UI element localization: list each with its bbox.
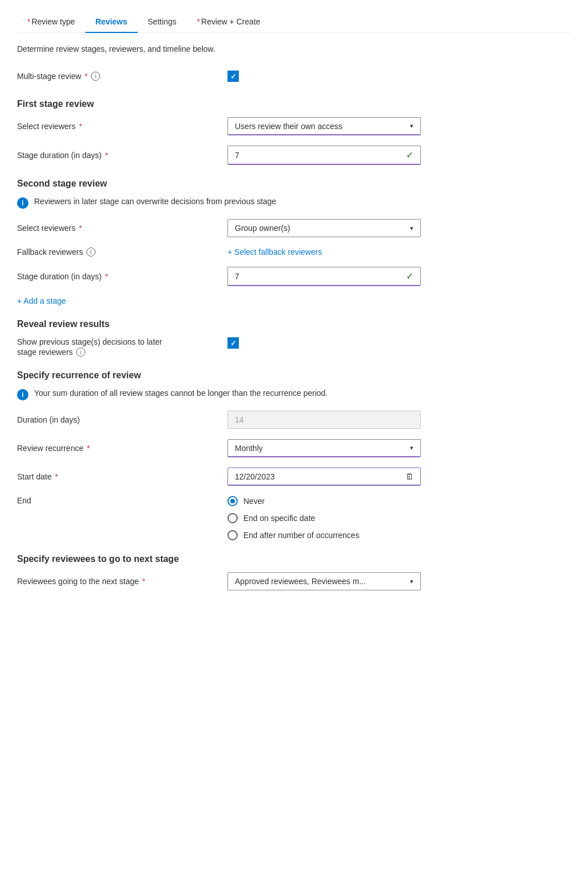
end-never-radio-fill	[230, 499, 235, 503]
show-decisions-checkbox-wrap	[227, 337, 421, 349]
fallback-info-icon[interactable]: i	[86, 247, 96, 257]
review-recurrence-label: Review recurrence *	[17, 444, 227, 453]
multi-stage-label: Multi-stage review * i	[17, 72, 227, 81]
first-stage-duration-row: Stage duration (in days) * 7 ✓	[17, 146, 571, 165]
first-stage-reviewers-label: Select reviewers *	[17, 122, 227, 131]
second-stage-duration-input[interactable]: 7 ✓	[227, 267, 421, 286]
start-date-input[interactable]: 12/20/2023 🗓	[227, 468, 421, 486]
end-row: End Never End on specific date End after…	[17, 496, 571, 540]
add-stage-button[interactable]: + Add a stage	[17, 296, 571, 305]
info-icon: i	[17, 197, 28, 209]
first-stage-reviewers-row: Select reviewers * Users review their ow…	[17, 117, 571, 135]
duration-label: Duration (in days)	[17, 415, 227, 424]
show-decisions-row: Show previous stage(s) decisions to late…	[17, 337, 571, 357]
first-stage-heading: First stage review	[17, 99, 571, 109]
tab-review-create[interactable]: *Review + Create	[187, 11, 270, 33]
review-recurrence-select[interactable]: Monthly ▾	[227, 439, 421, 457]
reviewees-going-select[interactable]: Approved reviewees, Reviewees m... ▾	[227, 572, 421, 590]
second-stage-duration-control: 7 ✓	[227, 267, 421, 286]
end-specific-date-option[interactable]: End on specific date	[227, 513, 421, 523]
chevron-down-icon: ▾	[410, 578, 413, 585]
second-stage-duration-row: Stage duration (in days) * 7 ✓	[17, 267, 571, 286]
tab-review-type[interactable]: *Review type	[17, 11, 85, 33]
calendar-icon: 🗓	[405, 472, 413, 481]
fallback-reviewers-label: Fallback reviewers i	[17, 247, 227, 257]
second-stage-reviewers-label: Select reviewers *	[17, 224, 227, 233]
reviewees-going-row: Reviewees going to the next stage * Appr…	[17, 572, 571, 590]
end-specific-date-radio[interactable]	[227, 513, 238, 523]
chevron-down-icon: ▾	[410, 444, 413, 452]
fallback-reviewers-link-wrap: + Select fallback reviewers	[227, 247, 421, 257]
end-options: Never End on specific date End after num…	[227, 496, 421, 540]
second-stage-reviewers-row: Select reviewers * Group owner(s) ▾	[17, 219, 571, 237]
start-date-label: Start date *	[17, 472, 227, 481]
check-icon: ✓	[406, 271, 413, 282]
tab-reviews[interactable]: Reviews	[85, 11, 138, 33]
review-recurrence-row: Review recurrence * Monthly ▾	[17, 439, 571, 457]
recurrence-info-icon: i	[17, 389, 28, 400]
first-stage-reviewers-select[interactable]: Users review their own access ▾	[227, 117, 421, 135]
duration-row: Duration (in days) 14	[17, 411, 571, 429]
start-date-control: 12/20/2023 🗓	[227, 468, 421, 486]
end-never-radio[interactable]	[227, 496, 238, 506]
multi-stage-checkbox-wrap	[227, 71, 421, 82]
required-star: *	[197, 17, 200, 26]
select-fallback-reviewers-link[interactable]: + Select fallback reviewers	[227, 247, 322, 257]
end-radio-group: Never End on specific date End after num…	[227, 496, 421, 540]
chevron-down-icon: ▾	[410, 122, 413, 130]
reviewees-going-control: Approved reviewees, Reviewees m... ▾	[227, 572, 421, 590]
multi-stage-checkbox[interactable]	[227, 71, 239, 82]
second-stage-reviewers-select[interactable]: Group owner(s) ▾	[227, 219, 421, 237]
tab-settings[interactable]: Settings	[138, 11, 187, 33]
second-stage-reviewers-control: Group owner(s) ▾	[227, 219, 421, 237]
second-stage-duration-label: Stage duration (in days) *	[17, 272, 227, 281]
duration-control: 14	[227, 411, 421, 429]
second-stage-info-box: i Reviewers in later stage can overwrite…	[17, 197, 571, 209]
end-after-occurrences-option[interactable]: End after number of occurrences	[227, 530, 421, 540]
recurrence-info-box: i Your sum duration of all review stages…	[17, 388, 571, 400]
duration-input: 14	[227, 411, 421, 429]
end-after-occurrences-radio[interactable]	[227, 530, 238, 540]
next-stage-heading: Specify reviewees to go to next stage	[17, 554, 571, 564]
end-label: End	[17, 496, 227, 505]
multi-stage-row: Multi-stage review * i	[17, 67, 571, 85]
recurrence-heading: Specify recurrence of review	[17, 370, 571, 381]
multi-stage-info-icon[interactable]: i	[91, 72, 100, 81]
first-stage-duration-input[interactable]: 7 ✓	[227, 146, 421, 165]
reviewees-going-label: Reviewees going to the next stage *	[17, 577, 227, 586]
show-decisions-checkbox[interactable]	[227, 337, 239, 349]
reveal-results-heading: Reveal review results	[17, 319, 571, 329]
end-never-option[interactable]: Never	[227, 496, 421, 506]
fallback-reviewers-row: Fallback reviewers i + Select fallback r…	[17, 247, 571, 257]
show-decisions-label: Show previous stage(s) decisions to late…	[17, 337, 227, 357]
second-stage-heading: Second stage review	[17, 179, 571, 189]
first-stage-duration-label: Stage duration (in days) *	[17, 151, 227, 160]
nav-tabs: *Review type Reviews Settings *Review + …	[17, 11, 571, 33]
first-stage-duration-control: 7 ✓	[227, 146, 421, 165]
first-stage-reviewers-control: Users review their own access ▾	[227, 117, 421, 135]
page-subtitle: Determine review stages, reviewers, and …	[17, 44, 571, 53]
chevron-down-icon: ▾	[410, 225, 413, 232]
review-recurrence-control: Monthly ▾	[227, 439, 421, 457]
required-star: *	[27, 17, 30, 26]
start-date-row: Start date * 12/20/2023 🗓	[17, 468, 571, 486]
show-decisions-info-icon[interactable]: i	[76, 348, 85, 357]
check-icon: ✓	[406, 150, 413, 160]
